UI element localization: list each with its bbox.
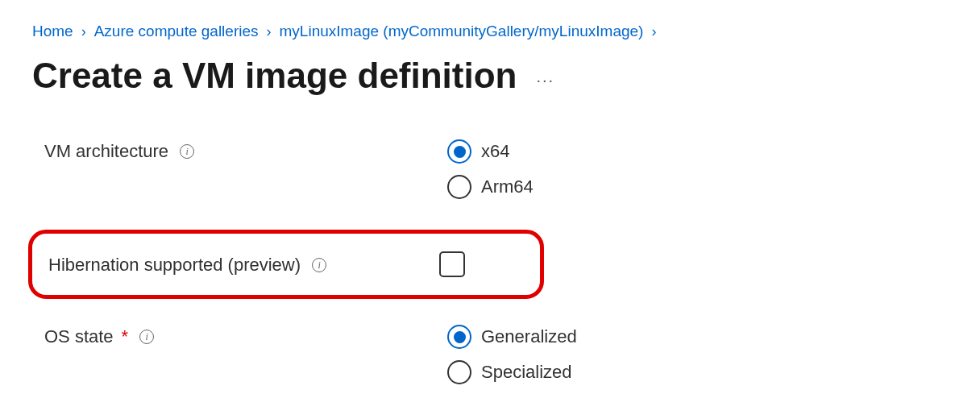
hibernation-highlight: Hibernation supported (preview) i	[28, 230, 544, 299]
chevron-right-icon: ›	[81, 23, 86, 40]
radio-x64[interactable]: x64	[447, 139, 534, 164]
info-icon[interactable]: i	[180, 144, 194, 159]
os-state-label: OS state	[44, 326, 114, 347]
breadcrumb: Home › Azure compute galleries › myLinux…	[32, 23, 948, 40]
page-title: Create a VM image definition	[32, 56, 517, 95]
more-actions-button[interactable]: ···	[536, 63, 554, 89]
os-state-row: OS state * i Generalized Specialized	[44, 325, 948, 384]
vm-architecture-label: VM architecture	[44, 141, 168, 162]
radio-arm64-label: Arm64	[481, 176, 534, 197]
breadcrumb-image[interactable]: myLinuxImage (myCommunityGallery/myLinux…	[280, 23, 644, 40]
radio-icon	[447, 139, 471, 164]
radio-icon	[447, 360, 471, 384]
chevron-right-icon: ›	[267, 23, 272, 40]
required-star-icon: *	[122, 326, 129, 347]
info-icon[interactable]: i	[139, 330, 154, 344]
chevron-right-icon: ›	[651, 23, 656, 40]
radio-generalized[interactable]: Generalized	[447, 325, 577, 349]
radio-icon	[447, 175, 471, 199]
breadcrumb-home[interactable]: Home	[32, 23, 73, 40]
radio-arm64[interactable]: Arm64	[447, 175, 534, 199]
hibernation-checkbox[interactable]	[439, 251, 465, 277]
radio-icon	[447, 325, 471, 349]
radio-x64-label: x64	[481, 141, 509, 162]
hibernation-label: Hibernation supported (preview)	[48, 255, 301, 276]
radio-specialized[interactable]: Specialized	[447, 360, 577, 384]
vm-architecture-row: VM architecture i x64 Arm64	[44, 139, 948, 199]
radio-generalized-label: Generalized	[481, 326, 577, 347]
radio-specialized-label: Specialized	[481, 362, 572, 383]
info-icon[interactable]: i	[312, 258, 326, 272]
breadcrumb-galleries[interactable]: Azure compute galleries	[94, 23, 259, 40]
